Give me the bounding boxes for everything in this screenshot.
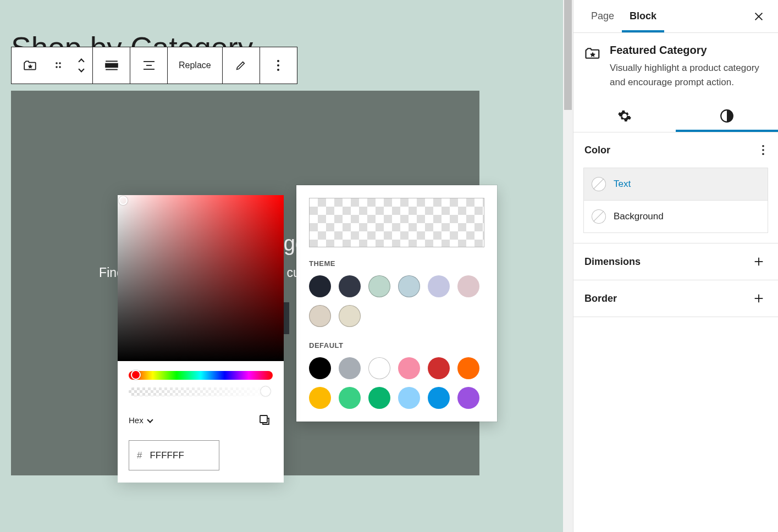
copy-color-button[interactable] xyxy=(256,412,273,428)
dimensions-title: Dimensions xyxy=(584,256,641,268)
settings-sidebar: Page Block Featured Category Visually hi… xyxy=(573,0,778,532)
color-swatch[interactable] xyxy=(457,357,479,379)
color-item-text[interactable]: Text xyxy=(583,168,768,201)
canvas-scrollbar[interactable] xyxy=(563,0,573,532)
svg-point-2 xyxy=(56,66,58,68)
color-format-label: Hex xyxy=(129,415,144,425)
color-panel: Color Text Background xyxy=(573,132,778,243)
color-item-background[interactable]: Background xyxy=(583,201,768,233)
replace-button[interactable]: Replace xyxy=(168,47,222,84)
border-add-button[interactable] xyxy=(751,290,767,307)
styles-icon xyxy=(720,109,734,123)
edit-button[interactable] xyxy=(223,47,260,84)
svg-point-10 xyxy=(277,60,279,62)
color-format-select[interactable]: Hex xyxy=(129,415,152,425)
color-swatch[interactable] xyxy=(368,387,390,409)
border-panel[interactable]: Border xyxy=(573,280,778,317)
dimensions-panel[interactable]: Dimensions xyxy=(573,243,778,280)
svg-point-17 xyxy=(762,145,764,147)
color-swatch[interactable] xyxy=(309,357,331,379)
drag-handle[interactable] xyxy=(48,47,70,84)
tab-page[interactable]: Page xyxy=(583,0,622,32)
theme-palette-label: THEME xyxy=(309,259,484,268)
saturation-thumb[interactable] xyxy=(119,196,128,205)
svg-point-11 xyxy=(277,64,279,66)
border-title: Border xyxy=(584,293,617,304)
color-swatch[interactable] xyxy=(457,387,479,409)
color-swatch[interactable] xyxy=(398,275,420,297)
color-swatch[interactable] xyxy=(339,387,361,409)
color-swatch[interactable] xyxy=(428,357,450,379)
svg-point-19 xyxy=(762,153,764,155)
color-picker-popover: Hex # FFFFFF xyxy=(118,195,284,483)
svg-point-0 xyxy=(56,62,58,64)
hex-input[interactable]: # FFFFFF xyxy=(129,440,219,470)
block-type-button[interactable] xyxy=(12,47,48,84)
color-swatch[interactable] xyxy=(368,275,390,297)
block-title: Featured Category xyxy=(610,44,767,57)
chevron-up-icon xyxy=(79,59,84,64)
text-color-indicator xyxy=(592,177,606,191)
tab-block[interactable]: Block xyxy=(622,0,664,32)
color-background-label: Background xyxy=(614,211,664,222)
gear-icon xyxy=(617,109,632,123)
color-panel-title: Color xyxy=(584,145,610,156)
color-swatch[interactable] xyxy=(428,387,450,409)
theme-swatches xyxy=(309,275,484,327)
sidebar-tabs: Page Block xyxy=(573,0,778,33)
content-align-button[interactable] xyxy=(130,47,167,84)
svg-rect-5 xyxy=(106,64,118,68)
svg-point-1 xyxy=(59,62,61,64)
color-preview[interactable] xyxy=(309,198,484,247)
scrollbar-thumb[interactable] xyxy=(564,0,572,110)
alpha-thumb[interactable] xyxy=(261,386,271,396)
color-swatch[interactable] xyxy=(309,387,331,409)
default-palette-label: DEFAULT xyxy=(309,341,484,350)
color-swatch[interactable] xyxy=(398,357,420,379)
chevron-down-icon xyxy=(79,67,84,71)
color-palette-popover: THEME DEFAULT xyxy=(296,185,497,422)
alpha-slider[interactable] xyxy=(129,387,273,396)
block-description: Visually highlight a product category an… xyxy=(610,61,767,89)
color-swatch[interactable] xyxy=(398,387,420,409)
hex-value: FFFFFF xyxy=(150,450,184,461)
color-swatch[interactable] xyxy=(368,357,390,379)
saturation-area[interactable] xyxy=(118,195,284,361)
color-swatch[interactable] xyxy=(339,305,361,327)
default-swatches xyxy=(309,357,484,409)
move-up-down-button[interactable] xyxy=(70,47,92,84)
chevron-down-icon xyxy=(148,418,152,422)
dimensions-add-button[interactable] xyxy=(751,253,767,270)
featured-category-icon xyxy=(584,44,601,89)
svg-rect-13 xyxy=(260,415,267,423)
color-swatch[interactable] xyxy=(339,275,361,297)
more-options-button[interactable] xyxy=(260,47,297,84)
hash-prefix: # xyxy=(137,450,142,461)
block-toolbar: Replace xyxy=(11,47,297,84)
subtab-styles[interactable] xyxy=(676,100,778,132)
svg-point-12 xyxy=(277,69,279,71)
editor-canvas: Shop by Category xyxy=(0,0,563,532)
color-swatch[interactable] xyxy=(428,275,450,297)
background-color-indicator xyxy=(592,209,606,224)
block-card: Featured Category Visually highlight a p… xyxy=(573,33,778,100)
color-swatch[interactable] xyxy=(309,305,331,327)
svg-point-18 xyxy=(762,149,764,151)
inspector-subtabs xyxy=(573,100,778,132)
svg-point-3 xyxy=(59,66,61,68)
subtab-settings[interactable] xyxy=(573,100,676,132)
color-text-label: Text xyxy=(614,179,631,190)
color-swatch[interactable] xyxy=(457,275,479,297)
hue-slider[interactable] xyxy=(129,371,273,380)
color-swatch[interactable] xyxy=(309,275,331,297)
align-full-button[interactable] xyxy=(93,47,130,84)
hue-thumb[interactable] xyxy=(131,370,141,380)
color-panel-options[interactable] xyxy=(759,142,767,158)
color-swatch[interactable] xyxy=(339,357,361,379)
close-sidebar-button[interactable] xyxy=(749,7,768,26)
